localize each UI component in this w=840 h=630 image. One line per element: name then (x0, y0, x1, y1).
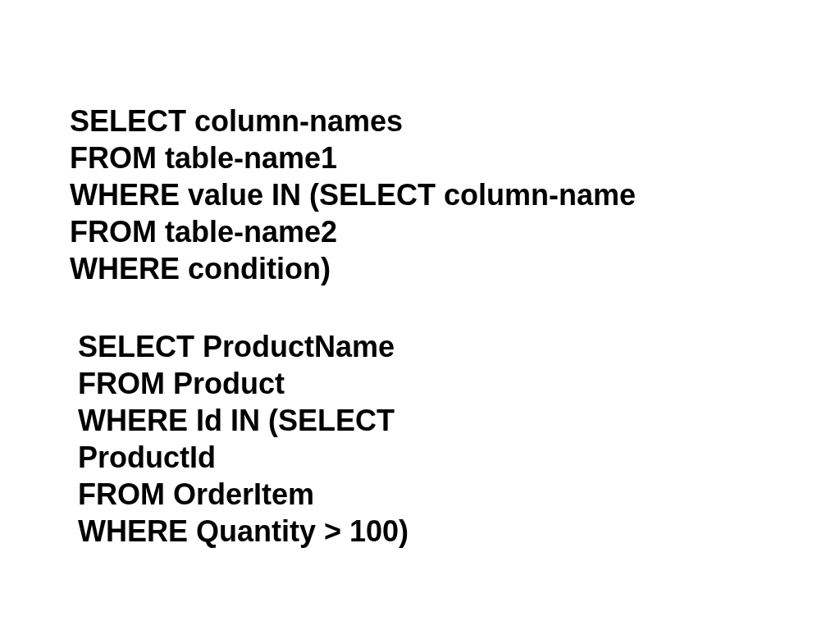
code-line: FROM table-name2 (70, 213, 636, 250)
code-line: ProductId (78, 439, 409, 476)
code-line: FROM OrderItem (78, 476, 409, 513)
code-line: SELECT ProductName (78, 328, 409, 365)
code-line: SELECT column-names (70, 103, 636, 139)
code-line: FROM Product (78, 365, 409, 402)
sql-syntax-block: SELECT column-names FROM table-name1 WHE… (70, 103, 636, 287)
code-line: WHERE condition) (70, 250, 636, 287)
sql-example-block: SELECT ProductName FROM Product WHERE Id… (78, 328, 409, 550)
code-line: WHERE Id IN (SELECT (78, 402, 409, 439)
code-line: FROM table-name1 (70, 139, 636, 176)
code-line: WHERE Quantity > 100) (78, 513, 409, 550)
code-line: WHERE value IN (SELECT column-name (70, 176, 636, 213)
